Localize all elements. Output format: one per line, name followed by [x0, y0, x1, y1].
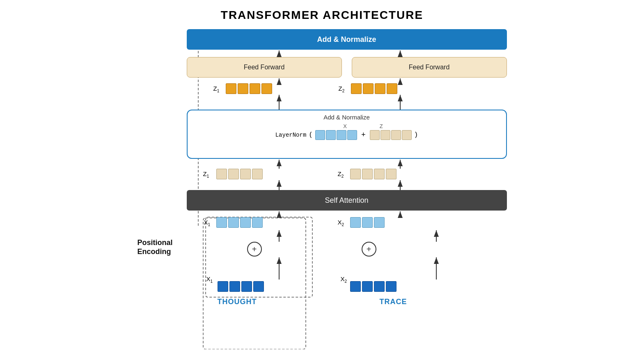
token: [350, 217, 361, 228]
token: [362, 169, 373, 179]
x-column-label: X: [343, 123, 347, 129]
z2-tokens-mid: [350, 169, 396, 179]
token: [252, 217, 263, 228]
word-trace-label: TRACE: [380, 298, 407, 306]
token: [241, 281, 252, 292]
x2-bot-label: X2: [341, 275, 347, 284]
token: [386, 169, 396, 179]
z-column-label: Z: [380, 123, 383, 129]
feed-forward-right: Feed Forward: [352, 57, 507, 78]
token: [228, 169, 239, 179]
main-title: TRANSFORMER ARCHITECTURE: [138, 9, 507, 22]
token: [252, 169, 263, 179]
x1-tokens-bot: [218, 281, 264, 292]
feed-forward-row: Feed Forward Feed Forward: [187, 57, 507, 78]
z1-label-top: Z1: [213, 85, 220, 93]
add-norm-top-bar: Add & Normalize: [187, 29, 507, 50]
token: [216, 169, 227, 179]
token: [250, 83, 260, 94]
token: [350, 281, 361, 292]
x2-label-mid: X2: [338, 219, 344, 227]
token: [362, 281, 373, 292]
x1-tokens-mid: [216, 217, 263, 228]
token: [218, 281, 228, 292]
token: [386, 281, 396, 292]
z1-tokens-top: [226, 83, 272, 94]
token: [253, 281, 264, 292]
x-token: [337, 130, 346, 140]
x1-bot-label: X1: [206, 275, 213, 284]
token: [229, 281, 240, 292]
token: [351, 83, 362, 94]
token: [362, 217, 373, 228]
x-token: [315, 130, 325, 140]
plus-circle-left: +: [247, 242, 262, 257]
self-attention-bar: Self Attention: [187, 190, 507, 211]
z1-tokens-mid: [216, 169, 263, 179]
token: [240, 217, 251, 228]
z-token: [391, 130, 401, 140]
feed-forward-left: Feed Forward: [187, 57, 342, 78]
x2-tokens-bot: [350, 281, 396, 292]
token: [228, 217, 239, 228]
token: [350, 169, 361, 179]
token: [374, 217, 385, 228]
x-token: [326, 130, 336, 140]
token: [226, 83, 236, 94]
word-thought-label: THOUGHT: [218, 298, 257, 306]
x1-label-mid: X1: [204, 219, 211, 227]
z2-label-top: Z2: [339, 85, 345, 93]
token: [387, 83, 397, 94]
z2-label-mid: Z2: [338, 170, 344, 179]
token: [374, 169, 385, 179]
add-norm-mid-label: Add & Normalize: [323, 114, 370, 121]
x-token: [347, 130, 357, 140]
token: [240, 169, 251, 179]
z-token: [402, 130, 412, 140]
z1-label-mid: Z1: [203, 170, 209, 179]
z-token: [380, 130, 390, 140]
token: [363, 83, 374, 94]
token: [238, 83, 248, 94]
layernorm-expression: LayerNorm ( + ): [275, 130, 418, 140]
z2-tokens-top: [351, 83, 397, 94]
x2-tokens-mid: [350, 217, 385, 228]
plus-circle-right: +: [362, 242, 376, 257]
z-token: [370, 130, 380, 140]
token: [374, 281, 385, 292]
add-norm-mid-box: Add & Normalize X Z LayerNorm ( +: [187, 110, 507, 159]
positional-encoding-label: PositionalEncoding: [138, 238, 191, 256]
token: [216, 217, 227, 228]
token: [375, 83, 385, 94]
token: [261, 83, 272, 94]
